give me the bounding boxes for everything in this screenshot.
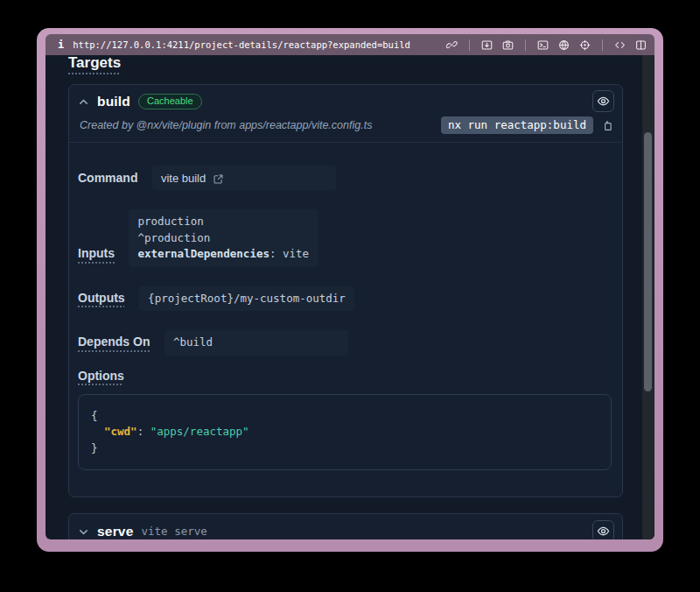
build-card-body: Command vite build Inputs: [69, 143, 622, 497]
target-card-serve: serve vite serve: [68, 513, 623, 539]
command-section: Command vite build: [78, 159, 612, 190]
targets-heading: Targets: [68, 55, 121, 72]
command-label: Command: [78, 171, 137, 185]
options-label: Options: [78, 369, 124, 383]
view-graph-button[interactable]: [592, 520, 614, 539]
toolbar-divider: [469, 39, 470, 51]
code-icon[interactable]: [613, 39, 626, 52]
view-graph-button[interactable]: [592, 90, 614, 112]
terminal-icon[interactable]: [536, 39, 550, 52]
copy-icon[interactable]: [600, 118, 614, 132]
json-line: }: [91, 440, 598, 457]
options-section: Options { "cwd": "apps/reactapp" }: [78, 368, 612, 471]
json-line: "cwd": "apps/reactapp": [91, 424, 598, 440]
build-card-header[interactable]: build Cacheable: [69, 85, 622, 114]
depends-on-section: Depends On ^build: [78, 323, 612, 356]
eye-icon: [597, 525, 610, 538]
scrollbar-thumb[interactable]: [644, 132, 652, 391]
outputs-value-block: {projectRoot}/my-custom-outdir: [139, 286, 354, 312]
options-code-block: { "cwd": "apps/reactapp" }: [78, 394, 612, 471]
command-value-block: vite build: [152, 166, 336, 190]
globe-icon[interactable]: [557, 39, 570, 52]
split-view-icon[interactable]: [634, 39, 648, 52]
created-by-text: Created by @nx/vite/plugin from apps/rea…: [80, 119, 434, 131]
eye-icon: [597, 95, 610, 108]
serve-command-text: vite serve: [142, 525, 207, 538]
depends-on-item: ^build: [173, 335, 340, 351]
command-value: vite build: [161, 172, 206, 185]
scrollbar-track[interactable]: [642, 55, 654, 539]
input-item: production: [137, 214, 309, 230]
browser-toolbar: i http://127.0.0.1:4211/project-details/…: [46, 34, 654, 55]
inputs-value-block: production ^production externalDependenc…: [129, 209, 318, 267]
target-name: build: [97, 94, 130, 109]
inputs-label: Inputs: [78, 246, 115, 260]
serve-card-header[interactable]: serve vite serve: [69, 514, 622, 539]
page-content: Targets build Cacheable Created by @nx/v…: [46, 55, 654, 539]
inputs-section: Inputs production ^production externalDe…: [78, 202, 612, 267]
toolbar-divider: [602, 39, 603, 51]
link-icon[interactable]: [445, 39, 458, 52]
outputs-section: Outputs {projectRoot}/my-custom-outdir: [78, 279, 612, 312]
chevron-down-icon[interactable]: [78, 525, 89, 537]
camera-icon[interactable]: [501, 39, 514, 52]
json-line: {: [91, 408, 598, 425]
target-card-build: build Cacheable Created by @nx/vite/plug…: [68, 84, 623, 497]
run-command-chip: nx run reactapp:build: [441, 116, 593, 134]
input-item: ^production: [137, 230, 309, 247]
outputs-label: Outputs: [78, 291, 125, 305]
input-item: externalDependencies: vite: [137, 246, 309, 263]
output-item: {projectRoot}/my-custom-outdir: [148, 291, 346, 307]
screencast-icon[interactable]: [480, 39, 494, 52]
build-card-subheader: Created by @nx/vite/plugin from apps/rea…: [69, 114, 622, 143]
target-name: serve: [97, 524, 134, 539]
toolbar-actions: [445, 39, 648, 52]
toolbar-divider: [525, 39, 526, 51]
cacheable-badge: Cacheable: [138, 94, 202, 109]
target-icon[interactable]: [578, 39, 592, 52]
chevron-up-icon[interactable]: [78, 95, 89, 107]
browser-window: i http://127.0.0.1:4211/project-details/…: [37, 28, 663, 552]
address-bar[interactable]: http://127.0.0.1:4211/project-details/re…: [73, 39, 445, 50]
info-icon: i: [58, 39, 64, 51]
depends-on-label: Depends On: [78, 335, 150, 349]
depends-on-value-block: ^build: [164, 330, 348, 356]
external-link-icon[interactable]: [213, 173, 225, 185]
